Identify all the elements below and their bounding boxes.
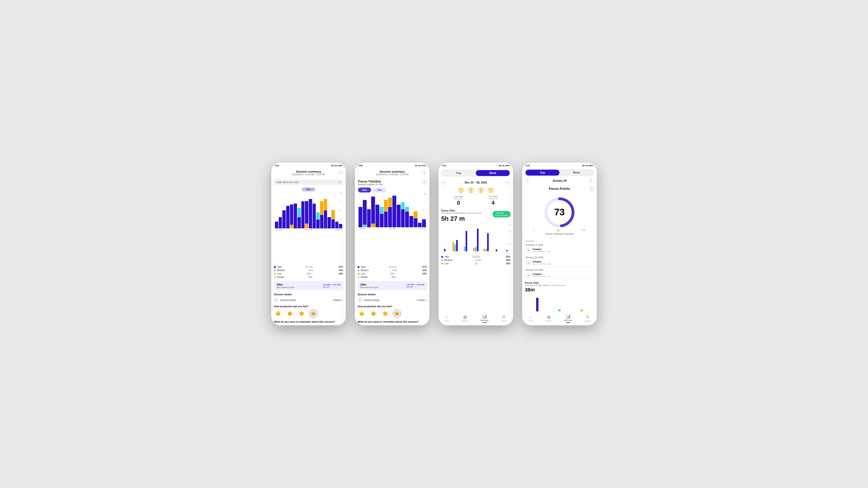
chart-area-2: 1007550250 1:30 PM 2:00 PM 2:30 PM (355, 193, 430, 264)
emoji-btn-sad[interactable]: 😞 (274, 310, 282, 318)
session-item-2-0[interactable]: ⊙ Creative Jan 22, 9:00 AM – 4m › (524, 271, 594, 279)
attention-card-2: 34m Best Attention Span 1:23 PM – 1:57 P… (358, 281, 427, 290)
nav-myfocus-4[interactable]: 📊 My Focus (564, 314, 572, 323)
session-item-0-0[interactable]: ⊙ Creative Feb 3, 9:10 AM – 21m › (524, 247, 594, 254)
close-button-2[interactable]: ✕ (422, 170, 427, 175)
battery-4: 56% (589, 164, 593, 167)
session-group-2: January 22, 2025 ⊙ Creative Jan 22, 9:00… (524, 268, 594, 279)
see-all-1[interactable]: See all › (323, 286, 340, 288)
gauge-container-4: 73 (522, 192, 597, 231)
session-title-1: Session summary (275, 170, 342, 173)
nav-home-3[interactable]: ⌂ Home (445, 315, 450, 322)
phone-screen-4: 4:37 5G UC 56% Day Week < January 29 > F… (522, 163, 597, 325)
time-2: 4:56 (359, 164, 363, 167)
chip-secondary-2[interactable]: 12m (373, 188, 386, 193)
chevron-icon: › (592, 274, 593, 276)
focus-time-section-3: Focus Time Time spent in High, Medium, a… (438, 207, 513, 224)
next-week-4[interactable]: > (589, 178, 594, 184)
sessions-list-4: February 3, 2025 ⊙ Creative Feb 3, 9:10 … (522, 243, 597, 280)
chart-label-1: 33m (302, 188, 315, 191)
remember-section-1: What do you want to remember about this … (271, 319, 346, 325)
battery-2: 57% (422, 164, 426, 167)
emoji-btn-happy[interactable]: 😊 (309, 310, 317, 318)
trophy-row-3: 🏆 🏆 🏆 🏆 (438, 187, 513, 194)
session-header-2: Session summary 12/25/2024, 11:50 AM – 2… (355, 168, 430, 178)
chevron-icon: › (592, 249, 593, 252)
emoji-row-2: 😞 😐 🙂 😊 (358, 310, 427, 318)
bar-chart-1 (274, 192, 343, 228)
session-item-1-0[interactable]: ⊙ Creative Jan 29, 9:17 AM – 40m › (524, 259, 594, 266)
session-header-1: Session summary 12/25/2024, 11:50 AM – 2… (271, 168, 346, 178)
emoji-btn-slight[interactable]: 🙂 (298, 310, 306, 318)
active-bar-3 (483, 322, 487, 323)
session-activity-row-1: ⊙ Session activity Creative › (271, 296, 346, 304)
week-chart-3: 2h1.5h1h0.5h0 (438, 224, 513, 251)
nav-sessions-4[interactable]: ▦ Sessions (545, 315, 552, 322)
bottom-nav-4: ⌂ Home ▦ Sessions 📊 My Focus ⚙ Settings (522, 312, 597, 325)
help-icon-2[interactable]: ? (422, 181, 426, 185)
session-activity-row-2: ⊙ Session activity Creative › (355, 296, 430, 304)
prev-week-4[interactable]: < (525, 178, 530, 184)
nav-sessions-3[interactable]: ▦ Sessions (461, 315, 469, 322)
emoji-btn-neutral[interactable]: 😐 (286, 310, 294, 318)
emoji-btn-sad-2[interactable]: 😞 (358, 310, 366, 318)
emoji-btn-happy-2[interactable]: 😊 (393, 310, 401, 318)
help-icon-4[interactable]: ? (590, 187, 594, 191)
points-collected-4: You've collected 73 points (522, 232, 597, 237)
tab-day-3[interactable]: Day (442, 170, 476, 176)
productive-section-1: How productive did you feel? 😞 😐 🙂 😊 (271, 304, 346, 319)
gauge-svg-4: 73 (541, 194, 578, 230)
session-activity-value-1[interactable]: Creative › (333, 299, 343, 301)
small-chart-4 (525, 293, 594, 311)
focus-badge-3: ↑ 5h 12m than last week (493, 211, 510, 217)
network-4: 5G UC (582, 164, 588, 167)
prev-week-3[interactable]: < (441, 180, 447, 185)
bar-chart-2 (358, 193, 427, 227)
legend-3: High 3h 21m 62% Medium 1h 6m 20% Low 1h … (438, 254, 513, 266)
close-button-1[interactable]: ✕ (338, 170, 343, 175)
network-3: 5G UC (498, 164, 505, 167)
swipe-close-1[interactable]: ✕ (339, 181, 341, 184)
see-all-2[interactable]: See all → (406, 286, 424, 288)
session-title-2: Session summary (359, 170, 426, 173)
week-title-3: Dec 22 – 28, 2024 (465, 181, 487, 184)
next-week-3[interactable]: > (505, 180, 510, 185)
trophy-3: 🏆 (478, 188, 484, 193)
day-week-tabs-3: Day Week (441, 169, 510, 177)
x-labels-2: 1:30 PM 2:00 PM 2:30 PM (358, 227, 427, 230)
emoji-btn-slight-2[interactable]: 🙂 (381, 310, 389, 318)
session-activity-value-2[interactable]: Creative › (416, 299, 427, 301)
chip-primary-2[interactable]: 34m (358, 188, 371, 193)
chart-area-1: 33m (271, 187, 346, 264)
emoji-btn-neutral-2[interactable]: 😐 (369, 310, 377, 318)
trophy-4: 🏆 (488, 188, 493, 193)
tab-day-4[interactable]: Day (526, 170, 559, 175)
session-details-title-1: Session details (271, 292, 346, 296)
battery-3: 60% (505, 164, 509, 167)
phone-screen-2: 4:56 5G UC 57% Session summary 12/25/202… (355, 163, 430, 325)
nav-settings-3[interactable]: ⚙ Settings (500, 315, 507, 322)
productive-section-2: How productive did you feel? 😞 😐 🙂 😊 (355, 304, 430, 319)
tab-week-4[interactable]: Week (559, 170, 593, 175)
focus-timeline-header-2: Focus Timeline Session duration 2h 35m ? (355, 178, 430, 187)
session-icon: ⊙ (526, 248, 531, 253)
legend-row: Low 20m 18% (274, 272, 343, 275)
timeline-chips-2: 34m 12m (355, 187, 430, 193)
nav-myfocus-3[interactable]: 📊 My Focus (481, 314, 489, 323)
bottom-nav-3: ⌂ Home ▦ Sessions 📊 My Focus ⚙ Settings (438, 312, 513, 325)
tab-week-3[interactable]: Week (476, 170, 510, 176)
session-date-2: 12/25/2024, 11:50 AM – 2:24 PM (359, 173, 426, 176)
status-bar-2: 4:56 5G UC 57% (355, 163, 430, 168)
legend-row: High 1h 17m 67% (274, 265, 343, 269)
nav-settings-4[interactable]: ⚙ Settings (584, 315, 591, 322)
network-1: 5G UC (331, 164, 338, 167)
network-2: 5G UC (415, 164, 421, 167)
attention-card-1: 34m Best Attention Span 1:23 PM – 1:57 P… (274, 281, 343, 290)
time-4: 4:37 (526, 164, 530, 167)
week-nav-4: < January 29 > (522, 177, 597, 184)
goals-summary-3: Last week Daily goals 0 This week Daily … (438, 194, 513, 207)
nav-home-4[interactable]: ⌂ Home (528, 315, 533, 322)
legend-row: Breaks 39m (274, 275, 343, 279)
chevron-right-icon: › (342, 299, 343, 301)
battery-1: 59% (338, 164, 342, 167)
